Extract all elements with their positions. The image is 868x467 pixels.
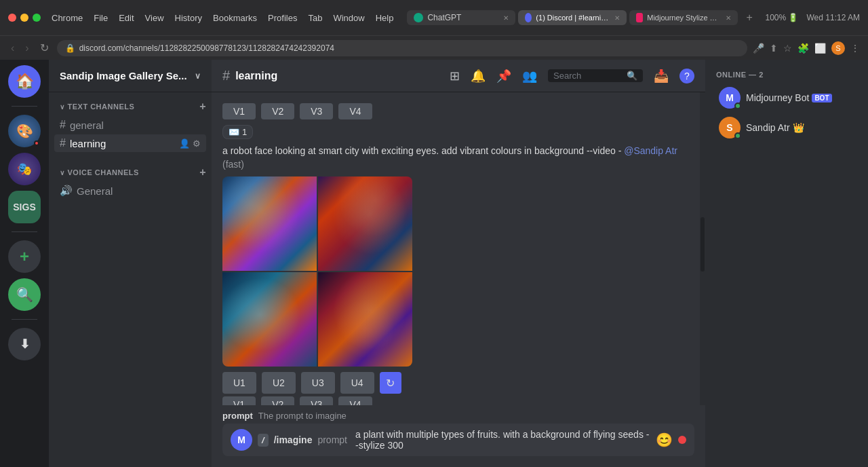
voice-channel-name: General — [77, 185, 113, 197]
window-controls[interactable] — [8, 14, 41, 22]
messages-scrollbar[interactable] — [700, 92, 705, 405]
scrollbar-thumb[interactable] — [701, 217, 705, 272]
prompt-input-value[interactable]: a plant with multiple types of fruits. w… — [355, 429, 650, 451]
menu-file[interactable]: File — [94, 13, 108, 23]
mac-menu-bar: Chrome File Edit View History Bookmarks … — [52, 13, 393, 23]
chatgpt-tab-close[interactable]: ✕ — [503, 14, 509, 22]
maximize-button[interactable] — [33, 14, 41, 22]
channel-settings-icon[interactable]: 👤 — [179, 138, 190, 149]
server-name-header[interactable]: Sandip Image Gallery Se... ∨ — [49, 60, 212, 92]
tab-chatgpt[interactable]: ChatGPT ✕ — [407, 10, 515, 25]
more-icon[interactable]: ⋮ — [850, 43, 860, 54]
channel-gear-icon[interactable]: ⚙ — [193, 138, 201, 149]
menu-view[interactable]: View — [145, 13, 164, 23]
menu-tab[interactable]: Tab — [308, 13, 322, 23]
share-icon[interactable]: ⬆ — [770, 43, 778, 54]
btn-v1-first[interactable]: V1 — [222, 103, 256, 119]
discord-tab-close[interactable]: ✕ — [614, 14, 620, 22]
first-buttons-row: V1 V2 V3 V4 — [212, 103, 700, 119]
sandip-name: Sandip Atr — [746, 122, 790, 133]
midjourney-tab-close[interactable]: ✕ — [726, 14, 731, 22]
forward-button[interactable]: › — [22, 41, 31, 56]
btn-v4-second[interactable]: V4 — [338, 396, 372, 405]
btn-v3-second[interactable]: V3 — [300, 396, 333, 405]
sandip-avatar: S — [719, 117, 741, 138]
back-button[interactable]: ‹ — [8, 41, 17, 56]
slash-command-icon: / — [258, 434, 269, 447]
channel-header-name: learning — [235, 70, 277, 82]
image-bottom-right[interactable] — [318, 272, 412, 367]
btn-u2[interactable]: U2 — [262, 372, 296, 394]
btn-v2-first[interactable]: V2 — [261, 103, 294, 119]
message-text-body: a robot face looking at smart city with … — [212, 145, 700, 171]
bookmark-icon[interactable]: ☆ — [783, 43, 792, 54]
bell-toolbar-icon[interactable]: 🔔 — [471, 69, 486, 83]
discord-home-button[interactable]: 🏠 — [8, 65, 41, 98]
btn-u4[interactable]: U4 — [340, 372, 374, 394]
channel-general[interactable]: # general — [54, 116, 206, 134]
emoji-picker-button[interactable]: 😊 — [656, 432, 673, 448]
download-button[interactable]: ⬇ — [8, 328, 41, 360]
mic-icon[interactable]: 🎤 — [753, 43, 764, 54]
mention-tag[interactable]: @Sandip Atr — [624, 145, 677, 156]
search-icon: 🔍 — [627, 71, 637, 81]
minimize-button[interactable] — [20, 14, 28, 22]
menu-edit[interactable]: Edit — [119, 13, 134, 23]
help-toolbar-icon[interactable]: ? — [679, 69, 694, 83]
btn-u3[interactable]: U3 — [301, 372, 335, 394]
address-bar[interactable]: 🔒 discord.com/channels/11282822500987781… — [57, 40, 747, 56]
main-content: # learning ⊞ 🔔 📌 👥 Search 🔍 📥 ? V1 — [212, 60, 705, 467]
members-toolbar-icon[interactable]: 👥 — [522, 69, 537, 83]
record-button[interactable] — [678, 436, 686, 444]
menu-help[interactable]: Help — [376, 13, 394, 23]
profile-icon[interactable]: S — [831, 41, 845, 55]
pin-toolbar-icon[interactable]: 📌 — [496, 69, 511, 83]
app-container: 🏠 🎨 🎭 SIGS + 🔍 ⬇ Sandip Image Gallery Se… — [0, 60, 868, 467]
menu-history[interactable]: History — [175, 13, 202, 23]
refresh-button[interactable]: ↻ — [380, 372, 401, 394]
text-channels-header[interactable]: ∨ TEXT CHANNELS + — [49, 98, 212, 115]
channel-learning[interactable]: # learning 👤 ⚙ — [54, 134, 206, 152]
chatgpt-tab-label: ChatGPT — [427, 13, 461, 22]
member-sandip-atr[interactable]: S Sandip Atr 👑 — [716, 114, 857, 141]
hashtag-toolbar-icon[interactable]: ⊞ — [450, 69, 460, 83]
member-midjourney-bot[interactable]: M Midjourney Bot BOT — [716, 84, 857, 111]
new-tab-button[interactable]: + — [741, 9, 754, 26]
midjourney-bot-name: Midjourney Bot — [746, 92, 809, 103]
menu-window[interactable]: Window — [333, 13, 364, 23]
image-top-left[interactable] — [222, 176, 317, 271]
inbox-toolbar-icon[interactable]: 📥 — [654, 69, 669, 83]
btn-v1-second[interactable]: V1 — [222, 396, 256, 405]
close-button[interactable] — [8, 14, 16, 22]
add-server-button[interactable]: + — [8, 240, 41, 273]
discord-home-wrapper: 🏠 — [8, 65, 41, 98]
extension-icon[interactable]: 🧩 — [797, 43, 809, 54]
menu-bookmarks[interactable]: Bookmarks — [213, 13, 257, 23]
image-grid — [222, 176, 412, 367]
window-icon[interactable]: ⬜ — [814, 43, 826, 54]
channel-search-bar[interactable]: Search 🔍 — [548, 69, 643, 82]
server-icon-sigs[interactable]: SIGS — [8, 191, 41, 223]
btn-u1[interactable]: U1 — [222, 372, 256, 394]
voice-channel-general[interactable]: 🔊 General — [54, 182, 206, 200]
tab-discord[interactable]: (1) Discord | #learning | Sandi... ✕ — [518, 10, 627, 25]
first-reaction-count: 1 — [242, 127, 247, 137]
btn-v2-second[interactable]: V2 — [261, 396, 294, 405]
server-icon-2[interactable]: 🎭 — [8, 153, 41, 185]
btn-v3-first[interactable]: V3 — [300, 103, 333, 119]
image-bottom-left[interactable] — [222, 272, 317, 367]
menu-profiles[interactable]: Profiles — [268, 13, 297, 23]
menu-chrome[interactable]: Chrome — [52, 13, 83, 23]
first-reaction[interactable]: ✉️ 1 — [222, 125, 253, 139]
tab-midjourney[interactable]: Midjourney Stylize Parameter ... ✕ — [629, 10, 738, 25]
add-voice-channel-button[interactable]: + — [199, 166, 206, 179]
chatgpt-favicon — [414, 13, 423, 22]
message-input-wrapper[interactable]: M / /imagine prompt a plant with multipl… — [222, 424, 694, 456]
add-text-channel-button[interactable]: + — [199, 100, 206, 113]
voice-channels-header[interactable]: ∨ VOICE CHANNELS + — [49, 164, 212, 181]
discover-button[interactable]: 🔍 — [8, 278, 41, 311]
image-top-right[interactable] — [318, 176, 412, 271]
reload-button[interactable]: ↻ — [37, 40, 52, 56]
sidebar: Sandip Image Gallery Se... ∨ ∨ TEXT CHAN… — [49, 60, 212, 467]
btn-v4-first[interactable]: V4 — [338, 103, 372, 119]
